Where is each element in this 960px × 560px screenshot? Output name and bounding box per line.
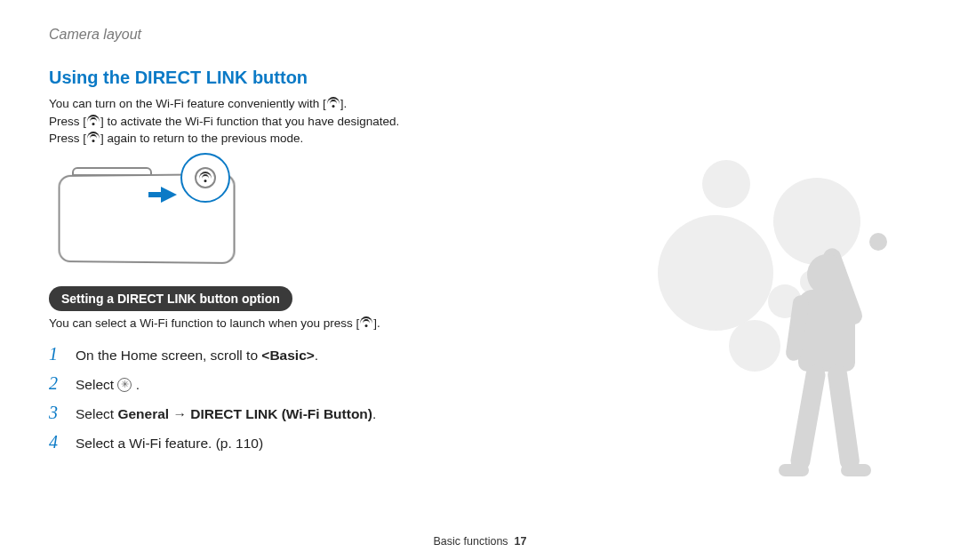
direct-link-button: [195, 167, 216, 188]
bubble-icon: [773, 178, 860, 265]
direct-link-button-callout: [180, 153, 230, 203]
wifi-icon: [86, 115, 100, 127]
page-footer: Basic functions 17: [0, 535, 960, 548]
wifi-icon: [359, 316, 373, 329]
wifi-icon: [86, 132, 100, 144]
sub-text: ].: [373, 316, 380, 330]
step-number: 1: [49, 344, 65, 364]
intro-text: ].: [340, 97, 348, 110]
step-3: 3 Select General → DIRECT LINK (Wi-Fi Bu…: [49, 403, 911, 423]
step-list: 1 On the Home screen, scroll to <Basic>.…: [49, 344, 911, 452]
step-text-part: .: [372, 406, 376, 421]
intro-text: Press [: [49, 115, 86, 128]
bubble-icon: [768, 284, 802, 318]
subsection-description: You can select a Wi-Fi function to launc…: [49, 316, 911, 330]
step-number: 4: [49, 432, 65, 452]
wifi-icon: [198, 172, 212, 184]
intro-text: ] to activate the Wi-Fi function that yo…: [100, 115, 399, 128]
footer-section: Basic functions: [434, 535, 508, 548]
step-text-part: Select: [76, 406, 117, 421]
step-text-part: .: [315, 348, 318, 363]
manual-page: Camera layout Using the DIRECT LINK butt…: [0, 0, 960, 560]
step-text: Select a Wi-Fi feature. (p. 110): [76, 436, 263, 452]
intro-text: Press [: [49, 132, 86, 145]
step-text-part: On the Home screen, scroll to: [76, 348, 261, 363]
step-bold-inner: General → DIRECT LINK (Wi-Fi Button): [117, 406, 372, 421]
camera-illustration: [49, 156, 280, 272]
step-text-bold: General → DIRECT LINK (Wi-Fi Button): [117, 406, 372, 421]
step-text-part: .: [132, 377, 140, 392]
step-2: 2 Select .: [49, 373, 911, 394]
step-text: On the Home screen, scroll to <Basic>.: [76, 348, 318, 364]
bubble-icon: [702, 160, 750, 208]
step-text-part: Select: [76, 377, 117, 392]
intro-line-2: Press [] to activate the Wi-Fi function …: [49, 113, 911, 131]
wifi-icon: [326, 97, 340, 109]
step-number: 3: [49, 403, 65, 423]
intro-text: ] again to return to the previous mode.: [100, 132, 303, 145]
settings-icon: [117, 378, 132, 392]
intro-text: You can turn on the Wi-Fi feature conven…: [49, 97, 326, 110]
step-number: 2: [49, 373, 65, 394]
intro-line-3: Press [] again to return to the previous…: [49, 130, 911, 148]
subsection-pill: Setting a DIRECT LINK button option: [49, 286, 292, 311]
breadcrumb: Camera layout: [49, 27, 911, 43]
step-1: 1 On the Home screen, scroll to <Basic>.: [49, 344, 911, 364]
step-text: Select .: [76, 377, 140, 393]
step-4: 4 Select a Wi-Fi feature. (p. 110): [49, 432, 911, 452]
intro-line-1: You can turn on the Wi-Fi feature conven…: [49, 95, 911, 113]
section-title: Using the DIRECT LINK button: [49, 68, 911, 88]
page-number: 17: [515, 535, 527, 548]
bubble-icon: [800, 270, 823, 293]
step-text: Select General → DIRECT LINK (Wi-Fi Butt…: [76, 406, 376, 422]
step-text-bold: <Basic>: [261, 348, 314, 363]
callout-arrow-head: [161, 187, 177, 203]
sub-text: You can select a Wi-Fi function to launc…: [49, 316, 359, 330]
bubble-icon: [658, 215, 773, 331]
